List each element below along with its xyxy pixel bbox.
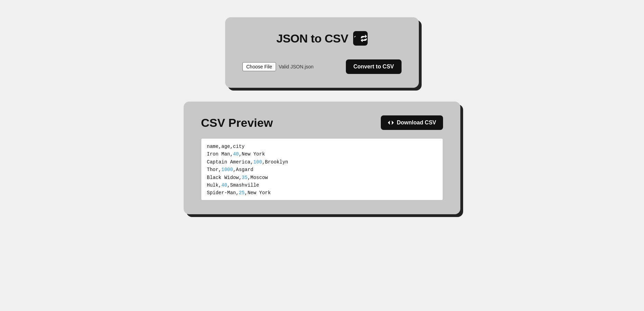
csv-text: ,Asgard xyxy=(233,167,254,172)
swap-icon xyxy=(353,35,360,42)
csv-number: 35 xyxy=(242,175,248,180)
bottom-card-header: CSV Preview Download CSV xyxy=(201,115,443,130)
csv-number: 1000 xyxy=(221,167,233,172)
title-row: JSON to CSV xyxy=(242,31,402,46)
file-name-label: Valid JSON.json xyxy=(279,64,314,69)
csv-line: Hulk,40,Smashville xyxy=(207,181,437,189)
csv-text: ,New York xyxy=(245,190,271,196)
csv-preview-title: CSV Preview xyxy=(201,116,273,130)
csv-number: 40 xyxy=(233,151,239,157)
csv-text: Thor, xyxy=(207,167,221,172)
file-input-wrapper: Choose File Valid JSON.json xyxy=(242,62,340,71)
csv-text: ,Smashville xyxy=(227,182,259,188)
file-controls: Choose File Valid JSON.json Convert to C… xyxy=(242,59,402,74)
csv-text: Spider-Man, xyxy=(207,190,239,196)
top-card: JSON to CSV Choose File Valid JSON.json … xyxy=(225,17,419,88)
csv-number: 40 xyxy=(221,182,227,188)
csv-number: 25 xyxy=(239,190,245,196)
download-csv-button[interactable]: Download CSV xyxy=(381,115,443,130)
csv-number: 100 xyxy=(253,159,262,165)
csv-line: Black Widow,35,Moscow xyxy=(207,174,437,181)
convert-to-csv-button[interactable]: Convert to CSV xyxy=(346,59,402,74)
csv-text: ,Moscow xyxy=(248,175,268,180)
download-code-icon xyxy=(388,120,394,126)
csv-line: Thor,1000,Asgard xyxy=(207,166,437,173)
csv-line: Captain America,100,Brooklyn xyxy=(207,158,437,166)
csv-text: ,Brooklyn xyxy=(262,159,288,165)
csv-line: Iron Man,40,New York xyxy=(207,150,437,158)
csv-text: Hulk, xyxy=(207,182,221,188)
csv-text: name,age,city xyxy=(207,144,245,149)
swap-arrows-icon xyxy=(360,35,367,42)
bottom-card: CSV Preview Download CSV name,age,cityIr… xyxy=(184,102,460,214)
csv-line: name,age,city xyxy=(207,143,437,150)
csv-text: Iron Man, xyxy=(207,151,233,157)
csv-text: Captain America, xyxy=(207,159,253,165)
csv-preview-area[interactable]: name,age,cityIron Man,40,New YorkCaptain… xyxy=(201,138,443,200)
csv-text: Black Widow, xyxy=(207,175,242,180)
svg-line-0 xyxy=(354,36,355,37)
csv-line: Spider-Man,25,New York xyxy=(207,189,437,197)
csv-text: ,New York xyxy=(239,151,265,157)
page-title: JSON to CSV xyxy=(276,32,348,45)
swap-button[interactable] xyxy=(353,31,368,46)
choose-file-button[interactable]: Choose File xyxy=(242,62,276,71)
download-btn-label: Download CSV xyxy=(397,120,436,126)
